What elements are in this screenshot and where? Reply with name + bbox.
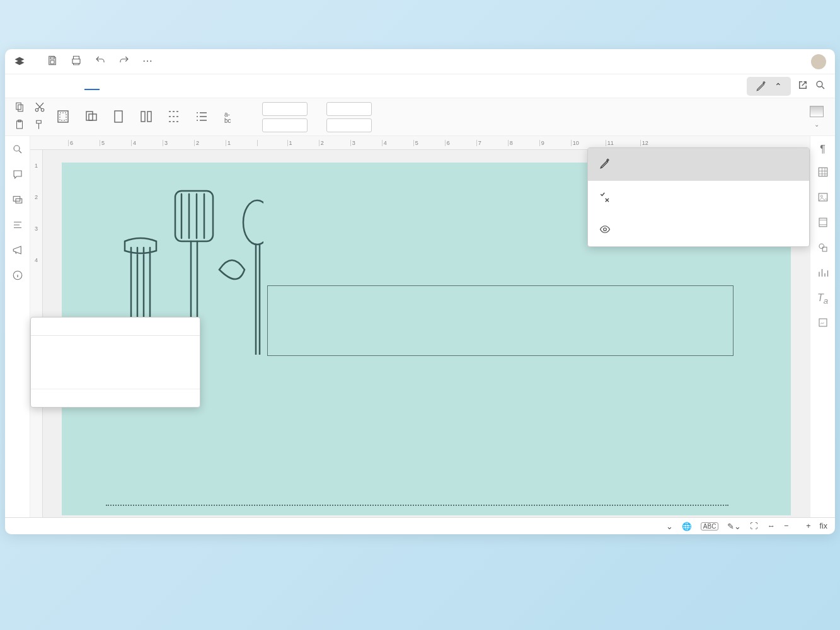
chat-icon[interactable] (12, 194, 23, 208)
menu-plugins[interactable] (173, 83, 188, 90)
app-logo (14, 56, 29, 67)
find-icon[interactable] (12, 144, 23, 158)
menu-insert[interactable] (49, 83, 64, 90)
cut-icon[interactable] (34, 101, 45, 115)
language-selector[interactable]: ⌄ (666, 522, 673, 531)
table-settings-icon[interactable] (817, 166, 829, 180)
fit-page-icon[interactable]: ⛶ (750, 522, 758, 530)
svg-point-21 (243, 200, 263, 244)
chevron-down-icon[interactable]: ⌄ (814, 121, 819, 128)
signature-icon[interactable] (817, 317, 829, 331)
no-fill-option[interactable] (31, 318, 200, 336)
menu-home[interactable] (32, 83, 47, 90)
size-button[interactable] (105, 108, 132, 127)
track-changes-icon[interactable]: ✎⌄ (727, 522, 741, 531)
eye-icon (599, 222, 613, 238)
copy-icon[interactable] (14, 101, 25, 115)
statusbar: ⌄ 🌐 ABC ✎⌄ ⛶ ↔ − + fix (5, 517, 835, 534)
paste-icon[interactable] (14, 119, 25, 133)
navigation-icon[interactable] (12, 219, 23, 233)
editing-mode-dropdown (587, 147, 810, 247)
right-indent-input[interactable] (262, 118, 308, 132)
svg-rect-12 (141, 112, 145, 122)
mode-viewing[interactable] (588, 214, 809, 246)
hyphenation-button[interactable]: a-bc (216, 108, 243, 127)
undo-icon[interactable] (95, 55, 106, 69)
color-picker-popup (30, 317, 200, 408)
menu-references[interactable] (102, 83, 117, 90)
zoom-out-button[interactable]: − (784, 522, 788, 530)
svg-rect-11 (115, 111, 122, 122)
svg-rect-28 (819, 319, 827, 326)
svg-point-16 (14, 146, 20, 151)
pencil-icon (599, 157, 613, 172)
margins-button[interactable] (49, 108, 77, 127)
paragraph-icon[interactable]: ¶ (820, 144, 826, 155)
format-painter-icon[interactable] (34, 119, 45, 133)
more-icon[interactable]: ⋯ (142, 55, 152, 69)
left-sidebar (5, 136, 30, 517)
svg-rect-9 (86, 112, 93, 120)
line-numbers-button[interactable] (188, 108, 216, 127)
svg-rect-13 (147, 112, 151, 122)
redo-icon[interactable] (118, 55, 130, 69)
shape-settings-icon[interactable] (817, 242, 829, 256)
more-colors-option[interactable] (31, 389, 200, 407)
chart-settings-icon[interactable] (817, 267, 829, 281)
svg-point-0 (817, 81, 822, 87)
menu-view[interactable] (155, 83, 170, 90)
titlebar: ⋯ (5, 49, 835, 74)
globe-icon[interactable]: 🌐 (682, 522, 692, 531)
mode-editing[interactable] (588, 148, 809, 181)
svg-rect-1 (16, 103, 21, 110)
left-indent-input[interactable] (262, 102, 308, 116)
right-sidebar: ¶ Ta (810, 136, 835, 517)
text-art-icon[interactable]: Ta (817, 292, 828, 306)
mode-button[interactable]: ⌃ (747, 77, 791, 96)
image-settings-icon[interactable] (817, 192, 829, 205)
svg-rect-22 (819, 168, 827, 176)
open-location-icon[interactable] (797, 79, 808, 93)
svg-point-26 (819, 244, 824, 249)
mode-reviewing[interactable] (588, 181, 809, 214)
pencil-icon (756, 81, 767, 92)
svg-rect-2 (18, 105, 23, 112)
columns-button[interactable] (132, 108, 160, 127)
menubar: ⌃ (5, 74, 835, 98)
menu-draw[interactable] (67, 83, 82, 90)
review-icon (599, 190, 613, 205)
space-after-input[interactable] (326, 118, 372, 132)
svg-text:bc: bc (224, 117, 231, 124)
menu-layout[interactable] (84, 83, 100, 90)
svg-rect-8 (60, 113, 66, 120)
logo-icon (14, 56, 25, 67)
chevron-up-icon: ⌃ (774, 81, 782, 91)
header-footer-icon[interactable] (817, 217, 829, 231)
user-avatar[interactable] (811, 54, 826, 69)
feedback-icon[interactable] (12, 244, 23, 258)
space-before-input[interactable] (326, 102, 372, 116)
layout-toolbar: a-bc ⌄ (5, 98, 835, 136)
menu-protection[interactable] (137, 83, 152, 90)
zoom-in-button[interactable]: + (806, 522, 810, 530)
menu-file[interactable] (14, 83, 29, 90)
spellcheck-icon[interactable]: ABC (701, 522, 719, 530)
orientation-button[interactable] (77, 108, 105, 127)
print-icon[interactable] (71, 55, 82, 69)
breaks-button[interactable] (160, 108, 188, 127)
fit-width-icon[interactable]: ↔ (767, 522, 775, 530)
menu-collaboration[interactable] (120, 83, 135, 90)
svg-point-29 (604, 228, 607, 231)
svg-rect-25 (819, 218, 827, 227)
svg-point-24 (820, 195, 822, 197)
color-fill-icon[interactable] (810, 106, 824, 117)
search-icon[interactable] (815, 79, 826, 93)
about-icon[interactable] (12, 270, 23, 284)
comments-icon[interactable] (12, 169, 23, 183)
dish-name-box[interactable] (267, 285, 734, 356)
save-icon[interactable] (47, 55, 58, 69)
